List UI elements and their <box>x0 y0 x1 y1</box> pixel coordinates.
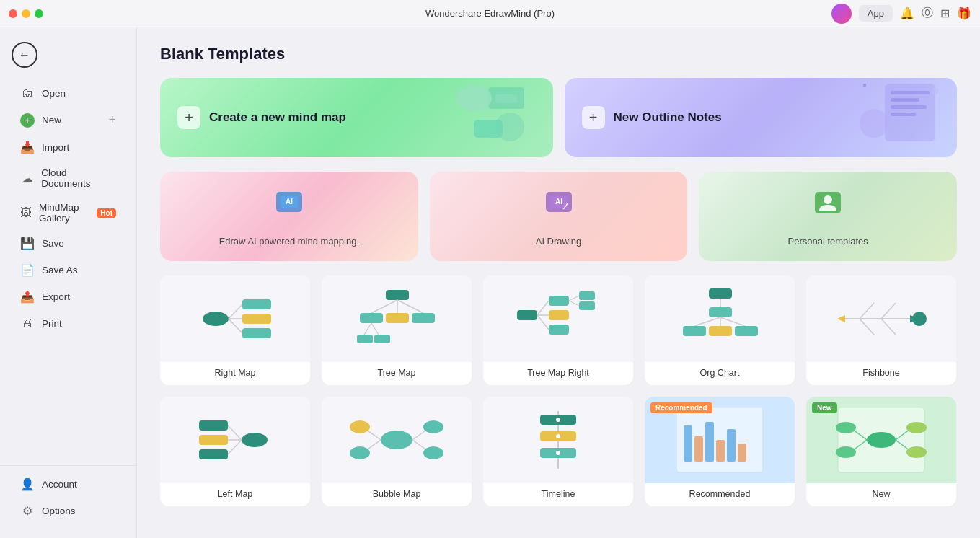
back-button[interactable]: ← <box>12 42 37 68</box>
hero-card-content-outline: + New Outline Notes <box>582 106 722 129</box>
template-card-timeline[interactable]: Timeline <box>483 397 633 506</box>
app-title: Wondershare EdrawMind (Pro) <box>425 8 555 19</box>
feature-card-ai[interactable]: AI Edraw AI powered mind mapping. <box>160 172 418 261</box>
svg-rect-37 <box>357 335 373 343</box>
svg-point-106 <box>906 446 927 458</box>
tree-map-preview <box>322 275 472 362</box>
bell-icon[interactable]: 🔔 <box>900 6 914 20</box>
help-icon[interactable]: ⓪ <box>922 6 933 21</box>
new-tpl-label: New <box>806 483 956 506</box>
template-card-bubble[interactable]: Bubble Map <box>322 397 472 506</box>
sidebar-item-save[interactable]: 💾 Save <box>12 231 125 256</box>
svg-point-67 <box>242 433 268 447</box>
sidebar-item-import[interactable]: 📥 Import <box>12 135 125 160</box>
maximize-button[interactable] <box>35 9 43 18</box>
svg-point-21 <box>203 312 229 326</box>
svg-rect-93 <box>705 422 714 462</box>
svg-rect-56 <box>683 326 706 336</box>
gallery-icon: 🖼 <box>20 206 32 219</box>
template-card-tree-map[interactable]: Tree Map <box>322 275 472 385</box>
new-extra-icon[interactable]: + <box>108 113 116 128</box>
svg-rect-27 <box>242 328 271 338</box>
svg-rect-33 <box>386 313 409 323</box>
template-card-recommended[interactable]: Recommended Recommended <box>645 397 795 506</box>
personal-label: Personal templates <box>788 236 868 247</box>
share-icon[interactable]: 🎁 <box>957 6 971 20</box>
svg-point-100 <box>836 422 856 433</box>
sidebar-print-label: Print <box>42 318 62 329</box>
avatar[interactable] <box>831 4 852 24</box>
svg-line-70 <box>228 440 242 454</box>
svg-point-98 <box>867 432 896 448</box>
svg-rect-25 <box>242 299 271 309</box>
export-icon: 📤 <box>20 290 35 304</box>
import-icon: 📥 <box>20 141 35 154</box>
sidebar-item-open[interactable]: 🗂 Open <box>12 81 125 105</box>
hero-plus-outline: + <box>582 106 605 129</box>
svg-rect-11 <box>863 84 866 87</box>
hero-card-outline[interactable]: + New Outline Notes <box>565 78 958 157</box>
timeline-preview <box>483 397 633 483</box>
template-card-fishbone[interactable]: Fishbone <box>806 275 956 385</box>
fishbone-label: Fishbone <box>806 362 956 385</box>
svg-rect-96 <box>738 444 746 462</box>
template-card-left-map[interactable]: Left Map <box>160 397 310 506</box>
sidebar-top: 🗂 Open + New + 📥 Import ☁ Cloud Document… <box>0 75 136 465</box>
svg-rect-28 <box>386 290 409 300</box>
app-button[interactable]: App <box>859 5 893 22</box>
sidebar-item-options[interactable]: ⚙ Options <box>12 498 125 524</box>
timeline-label: Timeline <box>483 483 633 506</box>
feature-card-personal[interactable]: Personal templates <box>699 172 957 261</box>
svg-point-10 <box>860 109 888 138</box>
page-title: Blank Templates <box>160 45 957 63</box>
svg-line-62 <box>860 303 874 319</box>
tree-map-right-preview <box>483 275 633 362</box>
feature-row: AI Edraw AI powered mind mapping. AI AI … <box>160 172 957 261</box>
sidebar-item-export[interactable]: 📤 Export <box>12 284 125 309</box>
svg-point-87 <box>556 418 560 422</box>
svg-point-74 <box>381 431 412 449</box>
sidebar-item-cloud[interactable]: ☁ Cloud Documents <box>12 162 125 195</box>
hero-mindmap-label: Create a new mind map <box>209 110 346 125</box>
minimize-button[interactable] <box>22 9 30 18</box>
sidebar-item-gallery[interactable]: 🖼 MindMap Gallery Hot <box>12 196 125 229</box>
topbar-right: App 🔔 ⓪ ⊞ 🎁 <box>831 4 971 24</box>
left-map-preview <box>160 397 310 483</box>
titlebar: Wondershare EdrawMind (Pro) App 🔔 ⓪ ⊞ 🎁 <box>0 0 980 27</box>
svg-line-63 <box>881 303 896 319</box>
svg-rect-6 <box>891 91 930 94</box>
close-button[interactable] <box>9 9 17 18</box>
sidebar-cloud-label: Cloud Documents <box>41 167 116 189</box>
sidebar-item-saveas[interactable]: 📄 Save As <box>12 257 125 283</box>
right-map-preview <box>160 275 310 362</box>
svg-point-88 <box>556 434 560 438</box>
svg-rect-48 <box>579 291 595 300</box>
feature-card-ai-draw[interactable]: AI AI Drawing <box>430 172 688 261</box>
hero-card-mindmap[interactable]: + Create a new mind map <box>160 78 553 157</box>
traffic-lights[interactable] <box>9 9 43 18</box>
template-card-new[interactable]: New New <box>806 397 956 506</box>
tree-map-label: Tree Map <box>322 362 472 385</box>
saveas-icon: 📄 <box>20 263 35 277</box>
sidebar-item-print[interactable]: 🖨 Print <box>12 311 125 335</box>
svg-text:AI: AI <box>555 198 562 206</box>
sidebar-item-account[interactable]: 👤 Account <box>12 472 125 497</box>
app-body: ← 🗂 Open + New + 📥 Import <box>0 27 980 538</box>
svg-line-31 <box>397 300 423 313</box>
template-card-org-chart[interactable]: Org Chart <box>645 275 795 385</box>
open-icon: 🗂 <box>20 87 35 100</box>
svg-line-64 <box>860 319 874 335</box>
sidebar-item-new[interactable]: + New + <box>12 107 125 133</box>
svg-rect-7 <box>891 98 919 102</box>
template-card-right-map[interactable]: Right Map <box>160 275 310 385</box>
sidebar-import-label: Import <box>42 142 69 153</box>
svg-rect-72 <box>199 435 228 445</box>
template-row-2: Left Map <box>160 397 957 506</box>
template-card-tree-map-right[interactable]: Tree Map Right <box>483 275 633 385</box>
svg-rect-73 <box>199 449 228 459</box>
grid-icon[interactable]: ⊞ <box>940 6 950 20</box>
svg-rect-57 <box>709 326 732 336</box>
sidebar-gallery-label: MindMap Gallery <box>39 202 89 224</box>
svg-rect-32 <box>360 313 383 323</box>
svg-line-24 <box>229 319 242 333</box>
